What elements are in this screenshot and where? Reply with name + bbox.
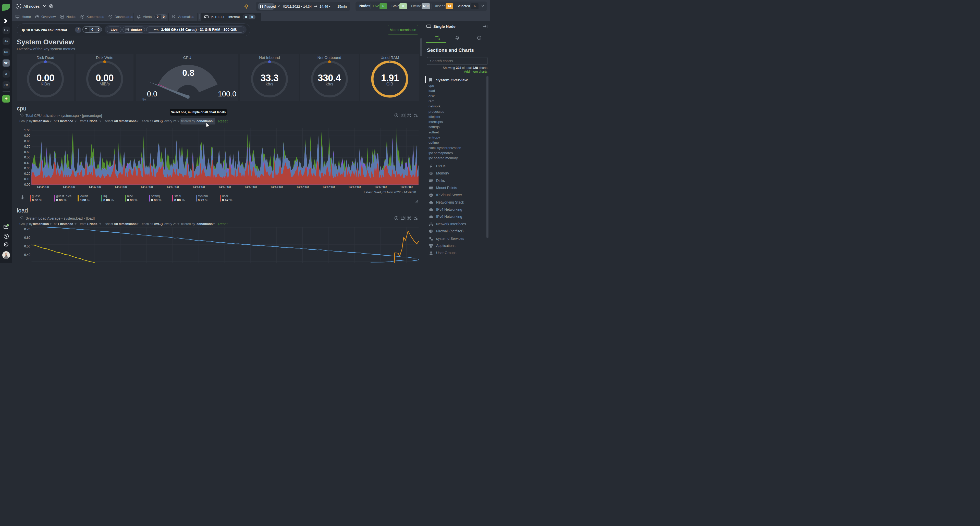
svg-text:0.50: 0.50 — [24, 245, 30, 248]
svg-text:0.40: 0.40 — [24, 253, 30, 257]
svg-text:14:36:00: 14:36:00 — [62, 185, 75, 189]
svg-text:14:42:00: 14:42:00 — [218, 185, 231, 189]
svg-text:14:39:00: 14:39:00 — [140, 185, 153, 189]
svg-text:14:46:00: 14:46:00 — [322, 185, 335, 189]
svg-text:0.40: 0.40 — [24, 161, 30, 165]
svg-text:14:40:00: 14:40:00 — [166, 185, 179, 189]
svg-text:0.70: 0.70 — [24, 145, 30, 148]
svg-text:0.80: 0.80 — [24, 140, 30, 143]
svg-text:14:35:00: 14:35:00 — [37, 185, 49, 189]
svg-text:VS: VS — [430, 195, 432, 196]
svg-text:14:48:00: 14:48:00 — [374, 185, 387, 189]
svg-text:14:45:00: 14:45:00 — [296, 185, 309, 189]
svg-text:0.90: 0.90 — [24, 134, 30, 138]
svg-text:0.20: 0.20 — [24, 172, 30, 175]
svg-text:14:41:00: 14:41:00 — [192, 185, 205, 189]
svg-text:14:47:00: 14:47:00 — [348, 185, 361, 189]
svg-text:14:44:00: 14:44:00 — [270, 185, 283, 189]
svg-text:14:49:00: 14:49:00 — [400, 185, 413, 189]
svg-text:0.60: 0.60 — [24, 150, 30, 154]
svg-text:0.60: 0.60 — [24, 236, 30, 240]
svg-text:0.10: 0.10 — [24, 177, 30, 181]
svg-text:0.30: 0.30 — [24, 167, 30, 170]
svg-text:14:38:00: 14:38:00 — [115, 185, 127, 189]
svg-text:1.00: 1.00 — [24, 129, 30, 132]
svg-text:0.50: 0.50 — [24, 156, 30, 159]
svg-text:14:43:00: 14:43:00 — [245, 185, 257, 189]
svg-text:aws: aws — [154, 28, 158, 30]
svg-text:0.70: 0.70 — [24, 227, 30, 231]
svg-text:0.00: 0.00 — [24, 183, 30, 186]
svg-text:14:37:00: 14:37:00 — [89, 185, 101, 189]
